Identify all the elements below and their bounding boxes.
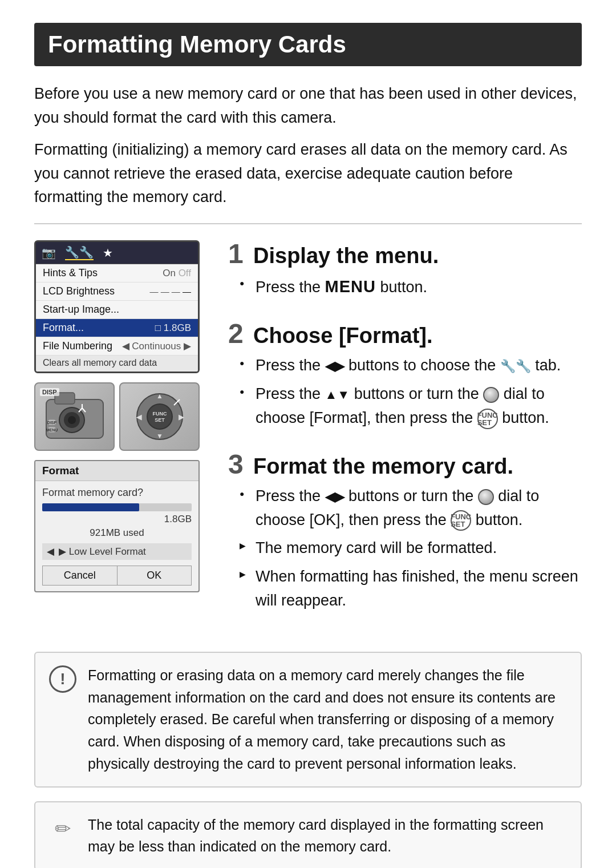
step-3-block: 3 Format the memory card. Press the ◀▶ b… [228,451,582,613]
svg-text:DISP: DISP [47,421,56,425]
svg-text:▼: ▼ [156,432,163,440]
cam-row-brightness: LCD Brightness — — — — [36,282,198,301]
step-2-title: Choose [Format]. [253,324,433,348]
camera-menu-screen: 📷 🔧🔧 ★ Hints & Tips On Off LCD Brightnes… [34,240,200,373]
svg-text:SET: SET [155,417,165,423]
cam-row-hints: Hints & Tips On Off [36,264,198,282]
step-3-title: Format the memory card. [253,454,513,479]
format-dialog: Format Format memory card? 1.8GB 921MB u… [34,460,200,592]
step-1-block: 1 Display the menu. Press the MENU butto… [228,240,582,300]
svg-text:▲: ▲ [156,392,163,400]
format-capacity: 1.8GB [42,514,192,525]
format-dialog-body: Format memory card? 1.8GB 921MB used ◀ ▶… [35,481,198,591]
page-title: Formatting Memory Cards [34,23,582,66]
format-used: 921MB used [42,527,192,539]
star-tab-icon: ★ [103,246,113,260]
svg-point-4 [68,416,76,424]
step-3-bullet-2: The memory card will be formatted. [240,536,582,560]
step-3-bullet-3: When formatting has finished, the menu s… [240,565,582,613]
camera-func-right-diagram: ▲ ▼ ◀ ▶ FUNC SET [119,382,200,451]
step-3-number: 3 [228,451,245,478]
intro-para-1: Before you use a new memory card or one … [34,82,582,130]
tip-box: ✏ The total capacity of the memory card … [34,801,582,868]
notice-text: Formatting or erasing data on a memory c… [88,664,567,775]
divider [34,223,582,224]
left-column: 📷 🔧🔧 ★ Hints & Tips On Off LCD Brightnes… [34,240,205,633]
tip-icon: ✏ [49,815,76,842]
step-2-number: 2 [228,320,245,348]
right-column: 1 Display the menu. Press the MENU butto… [228,240,582,633]
svg-point-15 [147,404,172,429]
step-1-bullets: Press the MENU button. [228,274,582,300]
svg-text:FUNC: FUNC [152,411,167,417]
step-1-title: Display the menu. [253,244,439,268]
format-low-level: ◀ ▶ Low Level Format [42,543,192,560]
step-1-header: 1 Display the menu. [228,240,582,268]
step-2-block: 2 Choose [Format]. Press the ◀▶ buttons … [228,320,582,430]
step-1-number: 1 [228,240,245,268]
cam-row-startup: Start-up Image... [36,301,198,319]
step-3-bullets: Press the ◀▶ buttons or turn the dial to… [228,485,582,613]
step-3-header: 3 Format the memory card. [228,451,582,479]
main-layout: 📷 🔧🔧 ★ Hints & Tips On Off LCD Brightnes… [34,240,582,633]
format-question: Format memory card? [42,487,192,499]
svg-text:MENU: MENU [46,428,58,432]
dial-icon-2 [478,489,494,505]
camera-screen-header: 📷 🔧🔧 ★ [36,242,198,264]
step-2-bullet-1: Press the ◀▶ buttons to choose the 🔧🔧 ta… [240,354,582,378]
notice-box: ! Formatting or erasing data on a memory… [34,652,582,788]
format-progress-fill [42,503,139,511]
format-buttons: Cancel OK [42,566,192,586]
disp-label: DISP [40,388,59,396]
svg-text:◀: ◀ [135,413,141,421]
format-ok-button[interactable]: OK [117,566,192,586]
camera-body-left-diagram: DISP DISP MENU [34,382,115,451]
format-dialog-title: Format [35,461,198,481]
dial-icon [483,387,499,403]
camera-screen-body: Hints & Tips On Off LCD Brightness — — —… [36,264,198,372]
func-set-svg: ▲ ▼ ◀ ▶ FUNC SET [128,388,191,445]
format-cancel-button[interactable]: Cancel [42,566,117,586]
notice-icon: ! [49,665,76,693]
camera-body-svg: DISP MENU [43,388,106,445]
format-progress-bar [42,503,192,511]
func-set-icon: FUNCSET [477,409,498,429]
step-1-bullet-1: Press the MENU button. [240,274,582,300]
step-2-header: 2 Choose [Format]. [228,320,582,348]
step-2-bullets: Press the ◀▶ buttons to choose the 🔧🔧 ta… [228,354,582,430]
cam-row-filenumbering: File Numbering ◀ Continuous ▶ [36,337,198,356]
intro-para-2: Formatting (initializing) a memory card … [34,138,582,210]
func-set-icon-2: FUNCSET [451,510,471,531]
cam-note: Clears all memory card data [36,356,198,372]
camera-tab-icon: 📷 [42,246,56,260]
camera-diagram: DISP DISP MENU [34,382,200,451]
tip-text: The total capacity of the memory card di… [88,814,567,858]
settings-tab-icon: 🔧🔧 [65,245,94,260]
step-2-bullet-2: Press the ▲▼ buttons or turn the dial to… [240,382,582,430]
step-3-bullet-1: Press the ◀▶ buttons or turn the dial to… [240,485,582,532]
cam-row-format: Format... □ 1.8GB [36,319,198,337]
svg-text:▶: ▶ [178,413,184,421]
